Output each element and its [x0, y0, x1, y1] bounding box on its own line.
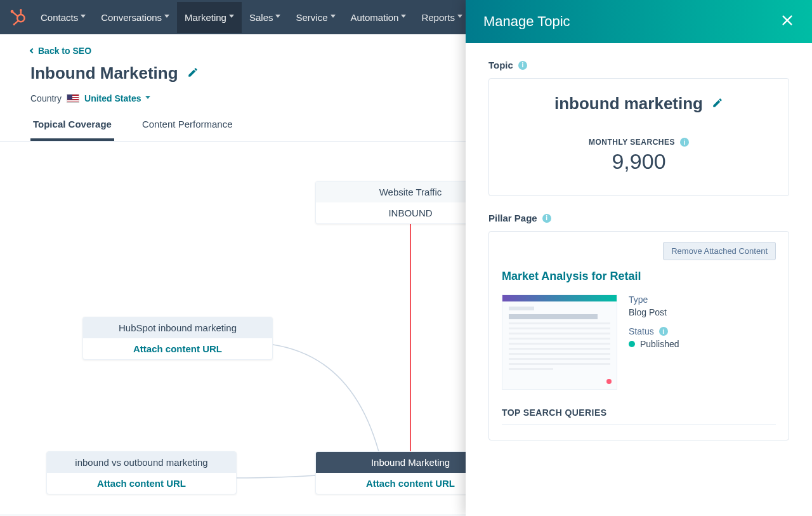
status-label: Status i: [629, 326, 679, 336]
panel-header: Manage Topic: [466, 0, 812, 43]
info-icon[interactable]: i: [680, 138, 689, 147]
page-title: Inbound Marketing: [30, 63, 178, 83]
chevron-down-icon: [229, 15, 234, 20]
monthly-searches-label: MONTHLY SEARCHES i: [504, 138, 773, 147]
chevron-left-icon: [30, 48, 35, 53]
attach-content-link[interactable]: Attach content URL: [366, 478, 455, 489]
info-icon[interactable]: i: [518, 61, 527, 70]
pillar-page-title-link[interactable]: Market Analysis for Retail: [502, 270, 776, 283]
node-head: inbound vs outbound marketing: [47, 452, 236, 473]
pillar-page-label: Pillar Page i: [488, 213, 789, 223]
type-label: Type: [629, 294, 679, 305]
country-selector[interactable]: United States: [84, 93, 150, 103]
cluster-node-hubspot-inbound[interactable]: HubSpot inbound marketing Attach content…: [82, 317, 273, 360]
nav-items: Contacts Conversations Marketing Sales S…: [33, 2, 514, 33]
svg-line-5: [15, 21, 18, 24]
top-search-queries-heading: TOP SEARCH QUERIES: [502, 407, 776, 418]
svg-point-4: [11, 10, 14, 13]
nav-contacts[interactable]: Contacts: [33, 2, 93, 33]
status-value-row: Published: [629, 339, 679, 349]
cluster-node-inbound-vs-outbound[interactable]: inbound vs outbound marketing Attach con…: [46, 451, 237, 494]
tab-content-performance[interactable]: Content Performance: [140, 112, 235, 141]
monthly-searches-value: 9,900: [504, 149, 773, 174]
panel-title: Manage Topic: [483, 13, 570, 30]
svg-point-2: [20, 9, 22, 11]
chevron-down-icon: [81, 15, 86, 20]
svg-point-6: [13, 23, 15, 25]
us-flag-icon: [67, 94, 79, 103]
pencil-icon[interactable]: [712, 97, 723, 111]
country-label: Country: [30, 93, 62, 103]
tab-topical-coverage[interactable]: Topical Coverage: [30, 112, 114, 141]
chevron-down-icon: [401, 15, 406, 20]
attach-content-link[interactable]: Attach content URL: [133, 343, 222, 354]
chevron-down-icon: [164, 15, 169, 20]
nav-service[interactable]: Service: [288, 2, 343, 33]
topic-card: inbound marketing MONTHLY SEARCHES i 9,9…: [488, 78, 789, 196]
topic-field-label: Topic i: [488, 60, 789, 70]
manage-topic-panel: Manage Topic Topic i inbound marketing M…: [466, 0, 812, 516]
hubspot-logo-icon[interactable]: [8, 7, 28, 27]
chevron-down-icon: [145, 96, 150, 101]
nav-sales[interactable]: Sales: [242, 2, 289, 33]
pillar-page-thumbnail[interactable]: [502, 294, 617, 390]
nav-automation[interactable]: Automation: [343, 2, 414, 33]
nav-conversations[interactable]: Conversations: [93, 2, 177, 33]
divider: [502, 424, 776, 425]
topic-value: inbound marketing: [554, 94, 703, 114]
hubspot-icon: [10, 9, 26, 25]
chevron-down-icon: [275, 15, 280, 20]
close-icon[interactable]: [780, 13, 794, 30]
info-icon[interactable]: i: [659, 327, 668, 336]
chevron-down-icon: [457, 15, 462, 20]
svg-point-0: [17, 15, 24, 22]
node-head: HubSpot inbound marketing: [83, 317, 272, 338]
nav-marketing[interactable]: Marketing: [177, 2, 242, 33]
type-value: Blog Post: [629, 307, 679, 317]
svg-line-3: [13, 12, 18, 17]
info-icon[interactable]: i: [542, 214, 551, 223]
chevron-down-icon: [331, 15, 336, 20]
remove-attached-content-button[interactable]: Remove Attached Content: [663, 242, 776, 260]
attach-content-link[interactable]: Attach content URL: [97, 478, 186, 489]
nav-reports[interactable]: Reports: [414, 2, 470, 33]
status-value: Published: [640, 339, 679, 349]
pillar-meta: Type Blog Post Status i Published: [629, 294, 679, 349]
status-dot-icon: [629, 341, 635, 347]
pencil-icon[interactable]: [187, 67, 199, 81]
pillar-page-card: Remove Attached Content Market Analysis …: [488, 231, 789, 440]
